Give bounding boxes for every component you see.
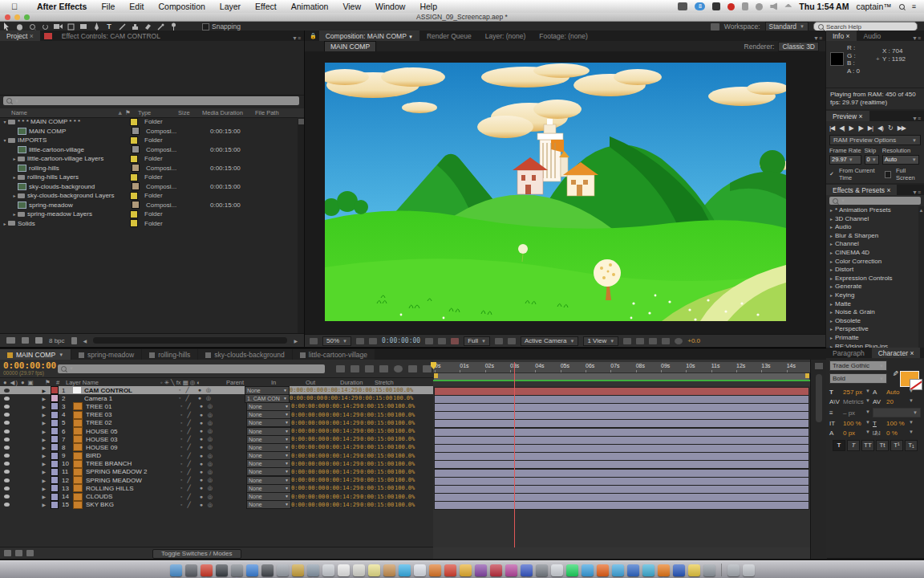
effects-category[interactable]: ▸* Animation Presets [830, 206, 924, 215]
timeline-tab-spring-meadow[interactable]: spring-meadow [71, 349, 141, 360]
menu-file[interactable]: File [94, 2, 122, 11]
dock-app-icon-15[interactable] [383, 564, 395, 576]
exposure-value[interactable]: +0.0 [687, 337, 700, 344]
project-item-name[interactable]: * * * MAIN COMP * * * [18, 118, 128, 125]
layer-row[interactable]: ▶7HOUSE 03◦ ╱ ● ◎None▼0:00:00:000:00:14:… [0, 435, 433, 443]
layer-twisty-icon[interactable]: ▶ [25, 429, 46, 434]
layer-in[interactable]: 0:00:00:00 [291, 485, 326, 491]
new-folder-icon[interactable] [22, 337, 29, 344]
layer-av-features[interactable] [0, 389, 25, 393]
kerning-value[interactable]: Metrics [843, 398, 864, 405]
twisty-icon[interactable]: ▸ [2, 221, 8, 226]
layer-av-features[interactable] [0, 478, 25, 482]
project-row[interactable]: ▸sky-clouds-background LayersFolder [0, 191, 298, 201]
effects-category[interactable]: ▸Color Correction [830, 258, 924, 267]
next-frame-button[interactable]: |▶ [858, 124, 863, 132]
layer-out[interactable]: 0:00:14:29 [326, 444, 360, 450]
tab-effect-controls[interactable]: Effect Controls: CAM CONTROL [55, 31, 167, 41]
layer-switches[interactable]: ◦ ╱ ● ◎ [180, 428, 246, 434]
project-row[interactable]: ▸SolidsFolder [0, 219, 298, 229]
eye-icon[interactable] [4, 421, 10, 425]
twisty-icon[interactable]: ▸ [830, 327, 833, 332]
layer-in[interactable]: 0:00:00:00 [291, 477, 326, 483]
layer-in[interactable]: 0:00:00:00 [291, 494, 326, 500]
twisty-icon[interactable]: ▸ [830, 302, 833, 307]
layer-row[interactable]: ▶9BIRD◦ ╱ ● ◎None▼0:00:00:000:00:14:290:… [0, 452, 433, 460]
dock-app-icon-34[interactable] [673, 564, 685, 576]
layer-label-swatch[interactable] [51, 427, 59, 435]
menu-composition[interactable]: Composition [151, 2, 212, 11]
dock-app-icon-12[interactable] [338, 564, 350, 576]
comp-panel-menu-icon[interactable]: ▼≡ [810, 35, 825, 41]
layer-name[interactable]: ROLLING HILLS [86, 485, 180, 492]
twisty-icon[interactable]: ▾ [2, 119, 8, 124]
layer-row[interactable]: ▶3TREE 01◦ ╱ ● ◎None▼0:00:00:000:00:14:2… [0, 402, 433, 410]
layer-name[interactable]: TREE 03 [86, 411, 180, 418]
layer-duration[interactable]: 0:00:15:00 [360, 428, 395, 434]
label-color-swatch[interactable] [130, 219, 138, 227]
layer-switches[interactable]: ◦ ╱ ● ◎ [180, 412, 246, 418]
twisty-icon[interactable]: ▸ [830, 259, 833, 264]
sort-icon[interactable]: ▲ [117, 109, 125, 116]
frame-rate-field[interactable]: 29.97▼ [829, 155, 861, 165]
layer-out[interactable]: 0:00:14:29 [326, 502, 360, 508]
twisty-icon[interactable]: ▸ [11, 156, 18, 161]
effects-category[interactable]: ▸Blur & Sharpen [830, 232, 924, 241]
layer-duration[interactable]: 0:00:15:00 [360, 502, 395, 508]
layer-in[interactable]: 0:00:00:00 [291, 444, 326, 450]
eye-icon[interactable] [4, 429, 10, 434]
record-indicator-icon[interactable] [727, 3, 735, 10]
label-col-icon[interactable]: ⚑ [125, 109, 138, 116]
tab-info[interactable]: Info × [826, 31, 857, 41]
magnification-select[interactable]: 50%▼ [322, 336, 351, 346]
clone-stamp-tool-icon[interactable] [128, 22, 141, 31]
eye-icon[interactable] [4, 470, 10, 474]
faux-style-button-1[interactable]: T [847, 440, 860, 451]
layer-twisty-icon[interactable]: ▶ [25, 445, 46, 450]
menu-effect[interactable]: Effect [248, 2, 284, 11]
label-color-swatch[interactable] [130, 173, 138, 181]
stroke-width-value[interactable]: – px [843, 409, 855, 417]
layer-twisty-icon[interactable]: ▶ [25, 404, 46, 409]
dock-app-icon-28[interactable] [582, 564, 594, 576]
full-screen-checkbox[interactable] [885, 171, 891, 178]
dock-app-icon-8[interactable] [277, 564, 289, 576]
label-color-swatch[interactable] [130, 210, 138, 218]
stretch-header[interactable]: Stretch [375, 379, 407, 386]
layer-in[interactable]: 0:00:00:00 [291, 502, 326, 508]
layer-row[interactable]: ▶15SKY BKG◦ ╱ ● ◎None▼0:00:00:000:00:14:… [0, 501, 433, 509]
project-item-name[interactable]: IMPORTS [18, 136, 128, 144]
project-item-name[interactable]: little-cartoon-village [29, 146, 130, 153]
layer-in[interactable]: 0:00:00:00 [291, 428, 326, 434]
layer-name[interactable]: CLOUDS [86, 493, 180, 500]
layer-duration[interactable]: 0:00:15:00 [360, 412, 395, 418]
eyedropper-icon[interactable]: ✎ [891, 370, 899, 377]
layer-twisty-icon[interactable]: ▶ [25, 453, 46, 458]
layer-name[interactable]: HOUSE 05 [86, 428, 180, 435]
tab-effects-presets[interactable]: Effects & Presets × [826, 185, 897, 195]
label-header[interactable]: ⚑ [45, 379, 56, 386]
col-size[interactable]: Size [178, 109, 202, 116]
pixel-aspect-icon[interactable] [623, 338, 631, 344]
layer-av-features[interactable] [0, 446, 25, 450]
layer-switches[interactable]: ◦ ╱ ● ◎ [180, 477, 246, 483]
layer-stretch[interactable]: 100.0% [395, 494, 429, 500]
baseline-shift-value[interactable]: 0 px [843, 429, 855, 437]
hide-shy-icon[interactable] [365, 365, 374, 372]
eye-icon[interactable] [4, 389, 10, 393]
comp-mini-flowchart-icon[interactable] [336, 365, 345, 372]
layer-twisty-icon[interactable]: ▶ [25, 502, 46, 507]
snapping-control[interactable]: Snapping [202, 22, 241, 31]
eye-icon[interactable] [4, 413, 10, 417]
faux-style-button-0[interactable]: T [833, 440, 845, 451]
dropbox-icon[interactable] [712, 2, 720, 10]
twisty-icon[interactable]: ▸ [11, 211, 18, 217]
expand-modes-icon[interactable] [15, 550, 22, 556]
stroke-style-select[interactable]: ▼ [873, 408, 921, 417]
layer-out[interactable]: 0:00:14:29 [324, 395, 359, 401]
dock-app-icon-17[interactable] [414, 564, 426, 576]
brush-tool-icon[interactable] [116, 22, 128, 31]
roto-brush-tool-icon[interactable] [154, 22, 167, 31]
twisty-icon[interactable]: ▸ [11, 193, 18, 198]
layer-out[interactable]: 0:00:14:29 [326, 403, 360, 409]
